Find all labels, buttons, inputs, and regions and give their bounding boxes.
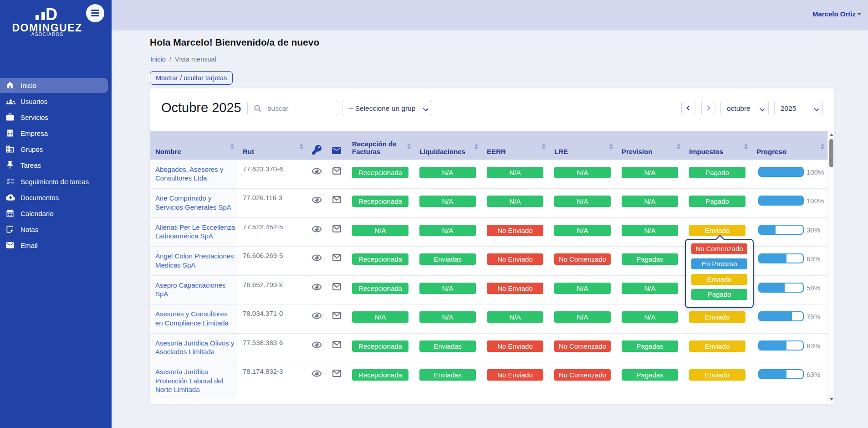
- svg-text:D: D: [46, 6, 57, 20]
